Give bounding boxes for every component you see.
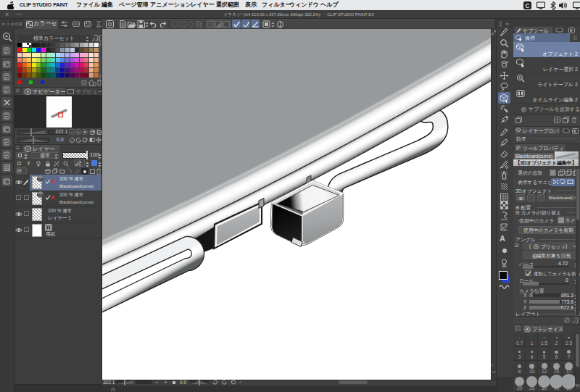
svg-text:C: C	[526, 3, 530, 9]
